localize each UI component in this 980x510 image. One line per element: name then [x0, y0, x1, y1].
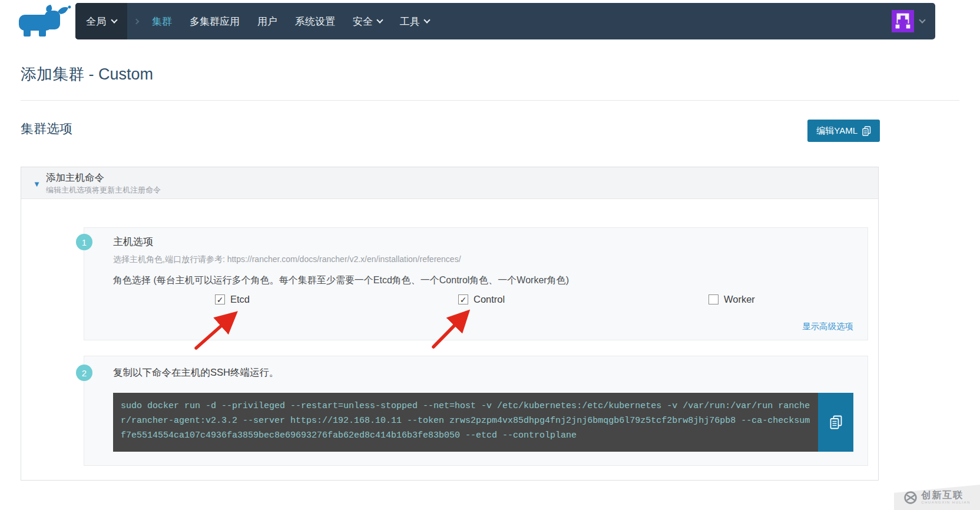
role-select-label: 角色选择 (每台主机可以运行多个角色。每个集群至少需要一个Etcd角色、一个Co…	[113, 274, 569, 287]
nav-item-multicluster-apps[interactable]: 多集群应用	[190, 15, 240, 28]
clipboard-icon	[862, 126, 871, 136]
control-label: Control	[474, 294, 505, 305]
etcd-label: Etcd	[230, 294, 250, 305]
edit-yaml-button[interactable]: 编辑YAML	[807, 120, 880, 142]
etcd-checkbox[interactable]	[215, 294, 225, 304]
site-watermark: 创新互联 CHUANGXIN HULIAN	[894, 485, 980, 510]
step2-title: 复制以下命令在主机的SSH终端运行。	[113, 366, 279, 379]
show-advanced-options-link[interactable]: 显示高级选项	[802, 321, 853, 332]
panel-title: 添加主机命令	[46, 171, 104, 184]
top-nav-bar: 全局 集群 多集群应用 用户 系统设置 安全 工具	[75, 3, 935, 39]
nav-item-label: 安全	[353, 15, 373, 28]
breadcrumb-separator-icon	[134, 18, 140, 24]
user-menu[interactable]	[892, 10, 935, 32]
circle-x-icon	[903, 491, 918, 505]
edit-yaml-label: 编辑YAML	[816, 125, 858, 137]
step1-number-badge: 1	[76, 234, 92, 250]
worker-checkbox[interactable]	[708, 294, 719, 304]
nav-item-global[interactable]: 全局	[75, 3, 127, 39]
docker-run-command[interactable]: sudo docker run -d --privileged --restar…	[113, 393, 818, 452]
step1-hint: 选择主机角色,端口放行请参考: https://rancher.com/docs…	[113, 254, 461, 265]
nav-item-label: 系统设置	[295, 15, 335, 28]
command-block: sudo docker run -d --privileged --restar…	[113, 393, 853, 452]
panel-subtitle: 编辑主机选项将更新主机注册命令	[46, 185, 161, 196]
nav-item-tools[interactable]: 工具	[400, 15, 429, 28]
copy-command-button[interactable]	[818, 393, 853, 452]
add-host-command-panel: ▼ 添加主机命令 编辑主机选项将更新主机注册命令 1 主机选项 选择主机角色,端…	[21, 167, 879, 481]
worker-role-option[interactable]: Worker	[708, 294, 755, 305]
worker-label: Worker	[724, 294, 755, 305]
nav-item-label: 工具	[400, 15, 420, 28]
nav-item-security[interactable]: 安全	[353, 15, 382, 28]
step1-title: 主机选项	[113, 235, 153, 249]
step2-number-badge: 2	[76, 365, 92, 381]
step1-host-options-box: 1 主机选项 选择主机角色,端口放行请参考: https://rancher.c…	[84, 227, 868, 340]
nav-item-users[interactable]: 用户	[257, 15, 277, 28]
etcd-role-option[interactable]: Etcd	[215, 294, 250, 305]
divider	[21, 100, 959, 101]
nav-item-label: 用户	[257, 15, 277, 28]
nav-item-label: 集群	[152, 15, 172, 28]
panel-collapse-header[interactable]: ▼ 添加主机命令 编辑主机选项将更新主机注册命令	[21, 167, 878, 199]
nav-item-settings[interactable]: 系统设置	[295, 15, 335, 28]
control-role-option[interactable]: Control	[458, 294, 505, 305]
avatar	[892, 10, 914, 32]
chevron-down-icon	[919, 16, 925, 23]
step2-run-command-box: 2 复制以下命令在主机的SSH终端运行。 sudo docker run -d …	[84, 356, 868, 466]
cluster-options-heading: 集群选项	[21, 120, 72, 138]
nav-item-label: 全局	[86, 15, 106, 28]
watermark-name: 创新互联	[921, 491, 971, 501]
page-title: 添加集群 - Custom	[21, 64, 153, 85]
caret-down-icon: ▼	[33, 180, 41, 188]
chevron-down-icon	[423, 16, 430, 23]
nav-item-clusters[interactable]: 集群	[152, 15, 172, 28]
control-checkbox[interactable]	[458, 294, 468, 304]
watermark-subtext: CHUANGXIN HULIAN	[921, 501, 971, 504]
chevron-down-icon	[376, 16, 383, 23]
nav-item-label: 多集群应用	[190, 15, 240, 28]
clipboard-icon	[830, 415, 842, 429]
rancher-logo[interactable]	[18, 5, 72, 38]
chevron-down-icon	[111, 16, 117, 23]
